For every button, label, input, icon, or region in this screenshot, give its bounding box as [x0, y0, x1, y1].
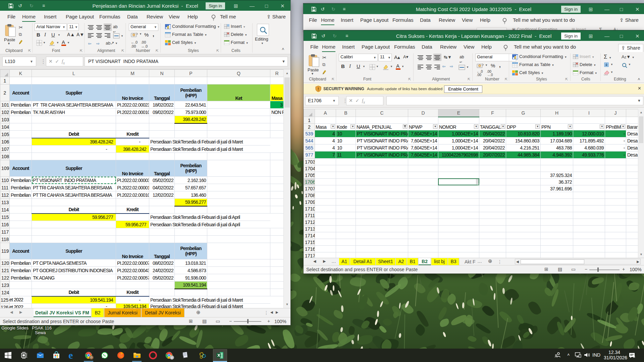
svg-text:!: !: [318, 86, 319, 92]
